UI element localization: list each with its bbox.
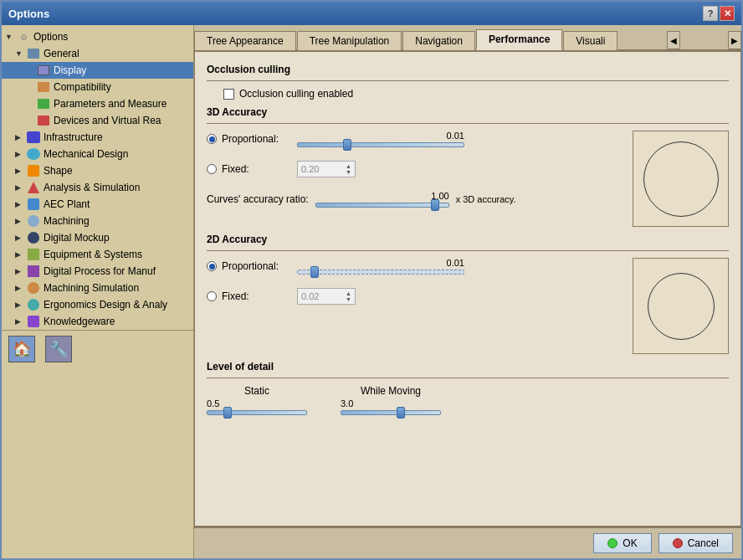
expand-process-icon: ▶ [15, 267, 25, 275]
accuracy-3d-controls: Proportional: 0.01 [207, 131, 621, 227]
sidebar-item-know[interactable]: ▶ Knowledgeware [2, 313, 193, 330]
sidebar-item-aec[interactable]: ▶ AEC Plant [2, 196, 193, 213]
lod-static-label: Static [207, 385, 307, 397]
sidebar-item-digital[interactable]: ▶ Digital Mockup [2, 229, 193, 246]
cancel-button[interactable]: Cancel [658, 533, 733, 553]
know-icon [27, 315, 40, 328]
lod-static-thumb[interactable] [223, 407, 232, 419]
tab-bar: Tree Appearance Tree Manipulation Naviga… [194, 25, 741, 51]
lod-moving-thumb[interactable] [397, 407, 405, 419]
fixed-3d-input[interactable]: 0.20 ▲ ▼ [297, 161, 356, 177]
proportional-3d-slider[interactable] [297, 142, 464, 147]
occlusion-checkbox-row: Occlusion culling enabled [223, 88, 729, 100]
sidebar-item-machining[interactable]: ▶ Machining [2, 213, 193, 229]
proportional-2d-row: Proportional: 0.01 [207, 258, 621, 275]
lod-static-col: Static 0.5 [207, 385, 307, 415]
params-label: Parameters and Measure [54, 98, 167, 110]
lod-moving-col: While Moving 3.0 [341, 385, 441, 415]
expand-icon: ▼ [5, 33, 15, 41]
title-bar-buttons: ? ✕ [703, 6, 735, 21]
sidebar-item-display[interactable]: Display [2, 62, 193, 79]
equip-label: Equipment & Systems [44, 249, 142, 260]
close-button[interactable]: ✕ [720, 6, 735, 21]
proportional-2d-label: Proportional: [222, 260, 279, 272]
fixed-3d-label: Fixed: [222, 163, 249, 175]
digital-label: Digital Mockup [44, 232, 110, 244]
tab-visuali[interactable]: Visuali [563, 31, 617, 50]
occlusion-section-title: Occlusion culling [207, 64, 729, 75]
tab-performance[interactable]: Performance [476, 29, 562, 50]
proportional-2d-thumb[interactable] [310, 266, 319, 278]
proportional-2d-radio[interactable] [207, 261, 217, 271]
lod-moving-label: While Moving [341, 385, 441, 397]
expand-mach-icon: ▶ [15, 217, 25, 225]
tab-tree-manipulation[interactable]: Tree Manipulation [297, 31, 402, 50]
sidebar-item-machsim[interactable]: ▶ Machining Simulation [2, 280, 193, 296]
proportional-2d-slider[interactable] [297, 270, 464, 275]
accuracy-2d-section-title: 2D Accuracy [207, 234, 729, 245]
accuracy-3d-divider [207, 123, 729, 124]
lod-moving-value: 3.0 [341, 398, 441, 408]
sidebar-item-infra[interactable]: ▶ Infrastructure [2, 129, 193, 146]
sidebar-item-compat[interactable]: Compatibility [2, 79, 193, 95]
accuracy-2d-controls: Proportional: 0.01 [207, 258, 621, 354]
sidebar-item-shape[interactable]: ▶ Shape [2, 162, 193, 179]
sidebar-root[interactable]: ▼ ⚙ Options [2, 28, 193, 45]
sidebar-item-mech[interactable]: ▶ Mechanical Design [2, 146, 193, 162]
shape-icon [27, 164, 40, 177]
options-window: Options ? ✕ ▼ ⚙ Options ▼ General [0, 0, 743, 560]
curves-row: Curves' accuracy ratio: 1.00 x 3D accura… [207, 191, 621, 208]
proportional-3d-row: Proportional: 0.01 [207, 131, 621, 147]
proportional-3d-slider-container: 0.01 [297, 131, 464, 147]
ok-button[interactable]: OK [593, 533, 651, 553]
proportional-3d-radio-label: Proportional: [207, 133, 290, 145]
curves-thumb[interactable] [431, 199, 439, 211]
sidebar-item-params[interactable]: Parameters and Measure [2, 95, 193, 112]
expand-equip-icon: ▶ [15, 250, 25, 259]
sidebar-bottom-icon-1[interactable]: 🏠 [8, 336, 35, 362]
proportional-3d-radio[interactable] [207, 134, 217, 144]
curves-label: Curves' accuracy ratio: [207, 193, 309, 205]
fixed-2d-input[interactable]: 0.02 ▲ ▼ [297, 288, 356, 305]
lod-static-value: 0.5 [207, 398, 307, 408]
help-button[interactable]: ? [703, 6, 718, 21]
content-panel: Occlusion culling Occlusion culling enab… [194, 51, 741, 527]
sidebar-item-analysis[interactable]: ▶ Analysis & Simulation [2, 179, 193, 196]
tab-tree-appearance[interactable]: Tree Appearance [194, 31, 296, 50]
circle-preview-3d [633, 131, 729, 227]
tab-navigation[interactable]: Navigation [402, 31, 475, 50]
fixed-2d-radio[interactable] [207, 291, 217, 301]
process-icon [27, 265, 40, 278]
lod-moving-slider[interactable] [341, 410, 441, 415]
sidebar-item-equip[interactable]: ▶ Equipment & Systems [2, 246, 193, 263]
shape-label: Shape [44, 165, 73, 177]
proportional-3d-thumb[interactable] [343, 139, 351, 151]
occlusion-checkbox-label: Occlusion culling enabled [239, 88, 353, 100]
main-content: Tree Appearance Tree Manipulation Naviga… [194, 25, 741, 558]
fixed-3d-arrows[interactable]: ▲ ▼ [346, 163, 351, 175]
sidebar-bottom-icon-2[interactable]: 🔧 [45, 336, 72, 362]
sidebar-item-ergo[interactable]: ▶ Ergonomics Design & Analy [2, 296, 193, 313]
fixed-3d-radio[interactable] [207, 164, 217, 174]
general-label: General [44, 48, 79, 59]
accuracy-3d-section-title: 3D Accuracy [207, 106, 729, 118]
analysis-label: Analysis & Simulation [44, 182, 140, 193]
equip-icon [27, 248, 40, 261]
sidebar-item-process[interactable]: ▶ Digital Process for Manuf [2, 263, 193, 280]
curves-slider[interactable] [315, 203, 449, 208]
tab-nav-prev[interactable]: ◀ [667, 31, 680, 49]
proportional-2d-slider-container: 0.01 [297, 258, 464, 275]
sidebar-item-devices[interactable]: Devices and Virtual Rea [2, 112, 193, 129]
sidebar-item-general[interactable]: ▼ General [2, 45, 193, 62]
display-label: Display [54, 64, 86, 76]
lod-static-slider[interactable] [207, 410, 307, 415]
circle-preview-2d [633, 258, 729, 354]
tab-nav-next[interactable]: ▶ [728, 31, 741, 49]
cancel-dot [673, 538, 683, 548]
expand-infra-icon: ▶ [15, 133, 25, 141]
fixed-2d-arrows[interactable]: ▲ ▼ [346, 290, 351, 302]
occlusion-checkbox[interactable] [223, 89, 234, 100]
infra-icon [27, 131, 40, 144]
process-label: Digital Process for Manuf [44, 265, 156, 277]
lod-section: Level of detail Static 0.5 While Moving [207, 361, 729, 415]
